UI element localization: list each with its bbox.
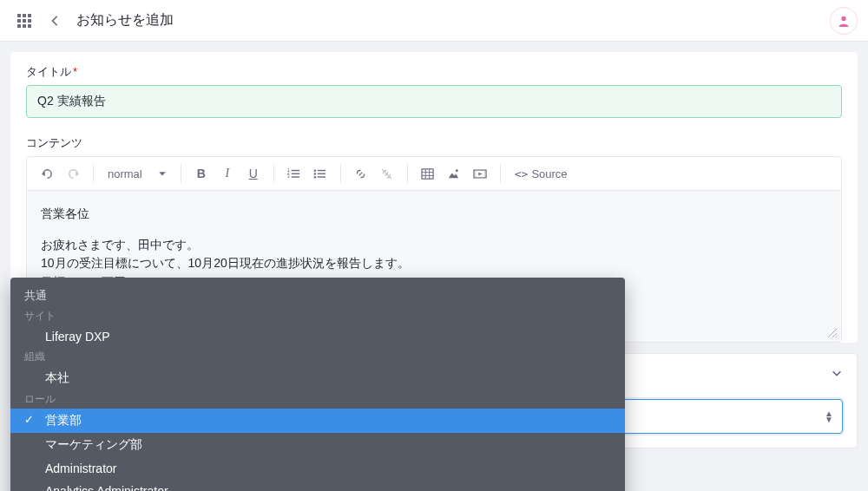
dropdown-group-common[interactable]: 共通 bbox=[10, 285, 625, 307]
text-style-label: normal bbox=[108, 167, 142, 180]
svg-rect-3 bbox=[17, 19, 21, 23]
svg-rect-5 bbox=[28, 19, 31, 23]
dropdown-item-honsha[interactable]: 本社 bbox=[10, 366, 625, 390]
bold-button[interactable]: B bbox=[188, 160, 214, 187]
svg-rect-2 bbox=[28, 14, 31, 17]
required-mark: * bbox=[73, 65, 77, 78]
avatar[interactable] bbox=[830, 7, 858, 35]
title-input[interactable] bbox=[26, 85, 842, 118]
svg-point-18 bbox=[314, 176, 316, 178]
svg-rect-6 bbox=[17, 24, 21, 28]
svg-rect-21 bbox=[318, 176, 326, 177]
editor-line: 10月の受注目標について、10月20日現在の進捗状況を報告します。 bbox=[41, 254, 827, 273]
underline-button[interactable]: U bbox=[240, 160, 266, 187]
svg-point-16 bbox=[314, 169, 316, 171]
apps-icon[interactable] bbox=[10, 7, 38, 35]
dropdown-item-liferay-dxp[interactable]: Liferay DXP bbox=[10, 325, 625, 348]
text-style-select[interactable]: normal bbox=[101, 160, 174, 187]
svg-rect-29 bbox=[474, 170, 477, 178]
svg-line-33 bbox=[836, 337, 837, 337]
video-button[interactable] bbox=[467, 160, 493, 187]
dropdown-subheader-site: サイト bbox=[10, 307, 625, 325]
code-icon: <> bbox=[515, 167, 529, 180]
resize-handle-icon[interactable] bbox=[825, 326, 838, 338]
source-button[interactable]: <>Source bbox=[508, 160, 575, 187]
svg-point-17 bbox=[314, 173, 316, 174]
redo-button[interactable] bbox=[60, 160, 86, 187]
svg-rect-1 bbox=[23, 14, 26, 17]
svg-rect-11 bbox=[292, 173, 299, 173]
dropdown-item-analytics-admin[interactable]: Analytics Administrator bbox=[10, 480, 625, 491]
editor-line: 営業各位 bbox=[41, 205, 827, 224]
undo-button[interactable] bbox=[34, 160, 60, 187]
svg-rect-8 bbox=[28, 24, 31, 28]
dropdown-item-sales[interactable]: 営業部 bbox=[10, 409, 625, 433]
svg-rect-12 bbox=[292, 176, 299, 177]
toolbar-separator bbox=[181, 164, 181, 183]
toolbar-separator bbox=[407, 164, 408, 183]
svg-point-9 bbox=[841, 16, 845, 20]
dropdown-subheader-org: 組織 bbox=[10, 348, 625, 366]
italic-button[interactable]: I bbox=[214, 160, 240, 187]
topbar: お知らせを追加 bbox=[0, 0, 868, 42]
svg-text:3: 3 bbox=[287, 174, 290, 179]
dropdown-item-administrator[interactable]: Administrator bbox=[10, 457, 625, 480]
caret-down-icon bbox=[158, 169, 167, 178]
svg-rect-22 bbox=[422, 168, 433, 178]
svg-rect-7 bbox=[23, 24, 26, 28]
content-label: コンテンツ bbox=[26, 135, 842, 151]
chevron-down-icon bbox=[831, 367, 843, 379]
editor-toolbar: normal B I U 123 bbox=[27, 157, 841, 191]
table-button[interactable] bbox=[415, 160, 441, 187]
toolbar-separator bbox=[273, 164, 274, 183]
source-label: Source bbox=[531, 167, 567, 180]
toolbar-separator bbox=[340, 164, 341, 183]
toolbar-separator bbox=[500, 164, 501, 183]
svg-point-27 bbox=[456, 169, 458, 172]
dropdown-item-marketing[interactable]: マーケティング部 bbox=[10, 433, 625, 457]
link-button[interactable] bbox=[348, 160, 374, 187]
page-title: お知らせを追加 bbox=[76, 11, 174, 29]
svg-rect-20 bbox=[318, 173, 326, 173]
unlink-button[interactable] bbox=[374, 160, 400, 187]
svg-rect-10 bbox=[292, 169, 299, 170]
select-arrows-icon: ▲▼ bbox=[825, 410, 833, 422]
back-button[interactable] bbox=[42, 7, 69, 35]
title-label: タイトル* bbox=[26, 64, 842, 80]
svg-rect-30 bbox=[483, 170, 486, 178]
svg-rect-4 bbox=[23, 19, 26, 23]
unordered-list-button[interactable] bbox=[307, 160, 333, 187]
svg-rect-19 bbox=[318, 169, 326, 170]
title-label-text: タイトル bbox=[26, 65, 71, 78]
dropdown-subheader-role: ロール bbox=[10, 390, 625, 409]
svg-rect-0 bbox=[17, 14, 21, 17]
editor-line: お疲れさまです、田中です。 bbox=[41, 236, 827, 255]
distribution-dropdown: 共通 サイト Liferay DXP 組織 本社 ロール 営業部 マーケティング… bbox=[10, 278, 625, 491]
image-button[interactable] bbox=[441, 160, 467, 187]
svg-line-31 bbox=[828, 329, 837, 337]
ordered-list-button[interactable]: 123 bbox=[281, 160, 307, 187]
toolbar-separator bbox=[93, 164, 94, 183]
